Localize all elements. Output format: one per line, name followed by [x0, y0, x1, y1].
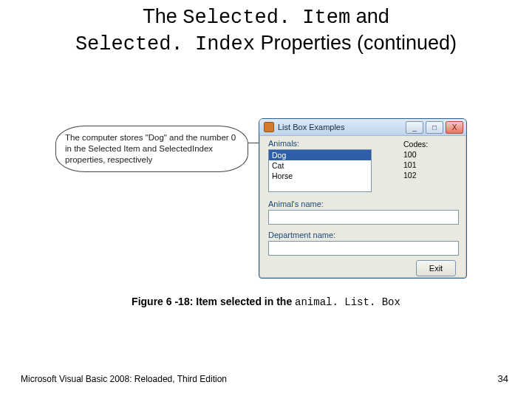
animal-name-label: Animal's name: — [268, 200, 324, 208]
slide-title: The Selected. Item and Selected. Index P… — [0, 4, 532, 58]
minimize-button[interactable]: _ — [406, 121, 423, 134]
title-pre: The — [143, 5, 183, 27]
close-button[interactable]: X — [446, 121, 463, 134]
codes-label: Codes: — [403, 139, 428, 149]
maximize-button[interactable]: □ — [426, 121, 443, 134]
window-body: Animals: Codes: Dog Cat Horse 100 101 10… — [259, 136, 466, 140]
list-item[interactable]: Dog — [269, 150, 371, 160]
figure-caption: Figure 6 -18: Item selected in the anima… — [0, 296, 532, 308]
title-mid: and — [350, 5, 389, 27]
figure-area: The computer stores "Dog" and the number… — [0, 118, 532, 288]
app-icon — [264, 122, 274, 132]
code-item: 101 — [403, 160, 417, 170]
callout-bubble: The computer stores "Dog" and the number… — [55, 126, 248, 172]
department-name-input[interactable] — [268, 241, 459, 256]
animals-label: Animals: — [268, 139, 299, 148]
code-item: 102 — [403, 170, 417, 180]
title-post: Properties (continued) — [255, 32, 457, 54]
animal-name-input[interactable] — [268, 210, 459, 225]
caption-code: animal. List. Box — [295, 296, 400, 308]
exit-button[interactable]: Exit — [416, 260, 456, 276]
department-name-label: Department name: — [268, 231, 335, 239]
codes-list: 100 101 102 — [403, 149, 417, 181]
title-code2: Selected. Index — [75, 33, 255, 55]
title-code1: Selected. Item — [183, 7, 350, 29]
page-number: 34 — [498, 373, 508, 384]
caption-lead: Figure 6 -18: Item selected in the — [132, 296, 295, 307]
footer-text: Microsoft Visual Basic 2008: Reloaded, T… — [21, 374, 227, 384]
window-titlebar[interactable]: List Box Examples _ □ X — [259, 119, 466, 136]
code-item: 100 — [403, 149, 417, 160]
list-item[interactable]: Horse — [269, 171, 371, 181]
window-title: List Box Examples — [278, 123, 344, 132]
animals-listbox[interactable]: Dog Cat Horse — [268, 149, 372, 192]
app-window: List Box Examples _ □ X Animals: Codes: … — [259, 118, 467, 279]
list-item[interactable]: Cat — [269, 160, 371, 171]
